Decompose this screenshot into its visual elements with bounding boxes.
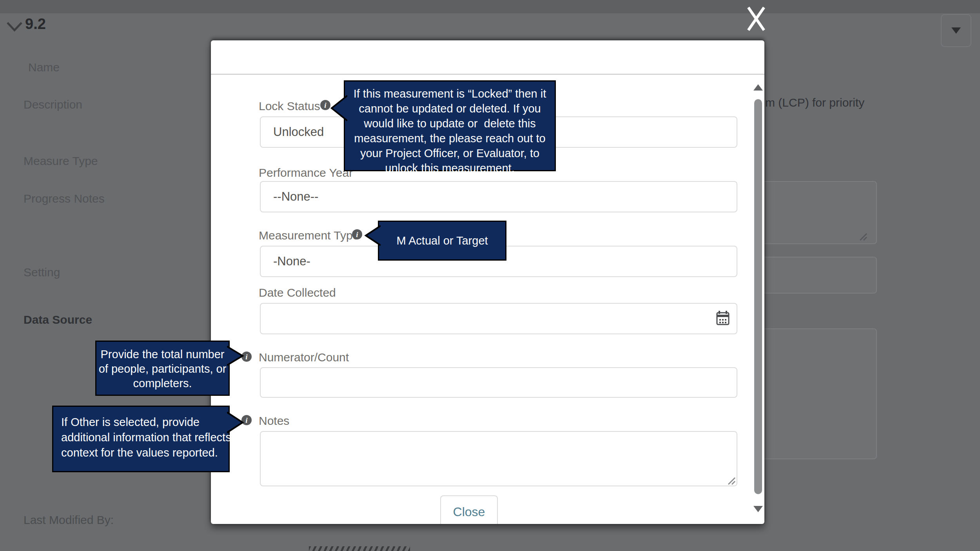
tooltip-line: of people, participants, or <box>96 362 229 376</box>
date-collected-label: Date Collected <box>259 286 336 299</box>
tooltip-lock-status-arrow <box>329 95 347 121</box>
notes-textarea[interactable] <box>260 431 737 486</box>
numerator-count-input[interactable] <box>260 367 737 398</box>
scrollbar-thumb[interactable] <box>754 99 762 494</box>
tooltip-line: context for the values reported. <box>61 445 229 460</box>
modal-close-icon[interactable] <box>745 5 767 32</box>
bg-label-measure-type: Measure Type <box>24 154 98 168</box>
page-top-strip <box>0 0 980 13</box>
tooltip-line: measurement, the please reach out to <box>345 131 555 146</box>
notes-label: Notes <box>259 414 289 428</box>
performance-year-value: --None-- <box>273 190 318 204</box>
bg-clipped-text-fragment <box>309 546 410 551</box>
section-chevron-down-icon <box>6 21 23 32</box>
tooltip-notes: If Other is selected, provide additional… <box>52 406 230 472</box>
performance-year-label: Performance Year <box>259 166 353 179</box>
notes-resize-handle-icon[interactable] <box>727 476 736 486</box>
tooltip-measurement-type-arrow <box>363 225 381 246</box>
tooltip-line: additional information that reflects <box>61 430 229 445</box>
tooltip-line: cannot be updated or deleted. If you <box>345 101 555 116</box>
tooltip-line: your Project Officer, or Evaluator, to <box>345 146 555 161</box>
bg-label-last-modified-by: Last Modified By: <box>24 513 114 527</box>
record-actions-dropdown-button <box>941 14 971 47</box>
screen: 9.2 Name Description Measure Type Progre… <box>0 0 980 551</box>
tooltip-line: M Actual or Target <box>396 233 488 248</box>
tooltip-line: If Other is selected, provide <box>61 415 229 430</box>
date-collected-input[interactable] <box>260 303 737 334</box>
performance-year-select[interactable]: --None-- <box>260 181 737 212</box>
tooltip-line: Provide the total number <box>96 347 229 362</box>
tooltip-line: If this measurement is “Locked” then it <box>345 86 555 101</box>
close-button[interactable]: Close <box>440 495 498 524</box>
bg-label-progress-notes: Progress Notes <box>24 192 105 205</box>
bg-label-name: Name <box>28 61 60 74</box>
scrollbar-up-arrow[interactable] <box>753 83 764 91</box>
tooltip-line: would like to update or delete this <box>345 116 555 131</box>
tooltip-line: completers. <box>96 376 229 391</box>
tooltip-notes-arrow <box>227 411 245 433</box>
lock-status-label: Lock Status <box>259 100 320 113</box>
bg-description-value-clipped: m (LCP) for priority <box>765 96 864 109</box>
tooltip-measurement-type: M Actual or Target <box>378 221 506 261</box>
bg-label-data-source: Data Source <box>24 313 92 326</box>
tooltip-lock-status: If this measurement is “Locked” then it … <box>344 80 556 171</box>
tooltip-line: unlock this measurement. <box>345 161 555 176</box>
close-button-label: Close <box>453 505 485 519</box>
caret-down-icon <box>951 27 961 34</box>
tooltip-numerator-count: Provide the total number of people, part… <box>95 341 230 396</box>
bg-label-setting: Setting <box>24 266 60 279</box>
modal-header <box>211 40 764 74</box>
measurement-type-value: -None- <box>273 254 310 268</box>
numerator-count-label: Numerator/Count <box>259 351 349 364</box>
bg-resize-handle-icon <box>858 232 868 241</box>
lock-status-value: Unlocked <box>273 125 324 139</box>
calendar-icon[interactable] <box>716 310 730 326</box>
tooltip-numerator-count-arrow <box>227 346 245 366</box>
measurement-type-info-icon[interactable]: i <box>352 229 362 239</box>
section-title: 9.2 <box>25 16 46 33</box>
modal-header-divider <box>211 74 764 75</box>
measurement-type-label: Measurement Type <box>259 229 359 242</box>
scrollbar-down-arrow[interactable] <box>753 505 764 513</box>
bg-label-description: Description <box>24 98 82 111</box>
